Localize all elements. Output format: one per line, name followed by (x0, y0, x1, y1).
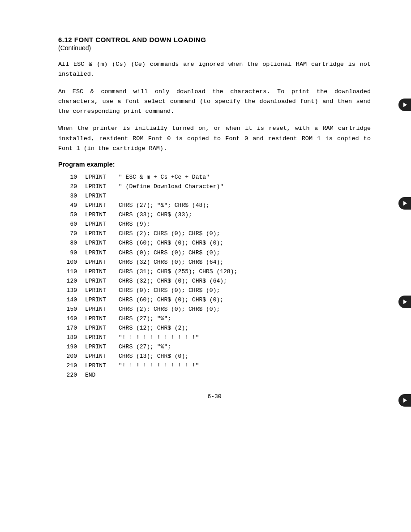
code-line: 30LPRINT (58, 191, 371, 201)
code-content: CHR$ (2); CHR$ (0); CHR$ (0); (119, 305, 371, 314)
line-number: 60 (58, 219, 85, 229)
line-number: 110 (58, 267, 85, 276)
line-number: 50 (58, 210, 85, 219)
line-number: 100 (58, 257, 85, 267)
line-number: 190 (58, 342, 85, 352)
keyword: LPRINT (85, 342, 119, 352)
code-content: CHR$ (27); "%"; (119, 314, 371, 323)
tab-indicator-3 (398, 296, 411, 308)
keyword: LPRINT (85, 314, 119, 323)
line-number: 130 (58, 286, 85, 295)
line-number: 150 (58, 305, 85, 314)
code-content: CHR$ (32); CHR$ (0); CHR$ (64); (119, 276, 371, 286)
code-line: 80LPRINTCHR$ (60); CHR$ (0); CHR$ (0); (58, 238, 371, 248)
code-block: 10LPRINT" ESC & m + Cs +Ce + Data"20LPRI… (58, 172, 371, 380)
code-line: 20LPRINT" (Define Download Character)" (58, 182, 371, 191)
code-line: 70LPRINTCHR$ (2); CHR$ (0); CHR$ (0); (58, 229, 371, 238)
keyword: LPRINT (85, 172, 119, 182)
line-number: 170 (58, 323, 85, 333)
code-line: 120LPRINTCHR$ (32); CHR$ (0); CHR$ (64); (58, 276, 371, 286)
tab-indicator-2 (398, 197, 411, 210)
code-content: CHR$ (0); CHR$ (0); CHR$ (0); (119, 248, 371, 257)
code-content: CHR$ (31); CHR$ (255); CHR$ (128); (119, 267, 371, 276)
keyword: LPRINT (85, 286, 119, 295)
tab-indicator-1 (398, 99, 411, 111)
keyword: LPRINT (85, 248, 119, 257)
keyword: LPRINT (85, 257, 119, 267)
keyword: LPRINT (85, 210, 119, 219)
code-line: 10LPRINT" ESC & m + Cs +Ce + Data" (58, 172, 371, 182)
line-number: 80 (58, 238, 85, 248)
paragraph-1: All ESC & (m) (Cs) (Ce) commands are ign… (58, 60, 371, 80)
keyword: LPRINT (85, 361, 119, 370)
code-content: "! ! ! ! ! ! ! ! ! ! !" (119, 333, 371, 342)
keyword: LPRINT (85, 201, 119, 210)
line-number: 160 (58, 314, 85, 323)
code-line: 190LPRINTCHR$ (27); "%"; (58, 342, 371, 352)
line-number: 70 (58, 229, 85, 238)
code-content: CHR$ (32) CHR$ (0); CHR$ (64); (119, 257, 371, 267)
keyword: LPRINT (85, 323, 119, 333)
code-line: 130LPRINTCHR$ (0); CHR$ (0); CHR$ (0); (58, 286, 371, 295)
paragraph-3: When the printer is initially turned on,… (58, 124, 371, 154)
page-number: 6-30 (58, 393, 371, 400)
code-line: 150LPRINTCHR$ (2); CHR$ (0); CHR$ (0); (58, 305, 371, 314)
keyword: LPRINT (85, 267, 119, 276)
code-content: CHR$ (27); "&"; CHR$ (48); (119, 201, 371, 210)
keyword: LPRINT (85, 219, 119, 229)
code-line: 60LPRINTCHR$ (9); (58, 219, 371, 229)
line-number: 220 (58, 370, 85, 380)
code-line: 50LPRINTCHR$ (33); CHR$ (33); (58, 210, 371, 219)
line-number: 180 (58, 333, 85, 342)
line-number: 20 (58, 182, 85, 191)
code-line: 210LPRINT"! ! ! ! ! ! ! ! ! ! !" (58, 361, 371, 370)
code-content: CHR$ (9); (119, 219, 371, 229)
code-line: 180LPRINT"! ! ! ! ! ! ! ! ! ! !" (58, 333, 371, 342)
code-content: CHR$ (60); CHR$ (0); CHR$ (0); (119, 238, 371, 248)
code-line: 100LPRINTCHR$ (32) CHR$ (0); CHR$ (64); (58, 257, 371, 267)
code-line: 160LPRINTCHR$ (27); "%"; (58, 314, 371, 323)
program-label: Program example: (58, 161, 371, 168)
line-number: 210 (58, 361, 85, 370)
page: 6.12 FONT CONTROL AND DOWN LOADING (Cont… (0, 0, 411, 532)
code-content: " ESC & m + Cs +Ce + Data" (119, 172, 371, 182)
line-number: 40 (58, 201, 85, 210)
code-line: 110LPRINTCHR$ (31); CHR$ (255); CHR$ (12… (58, 267, 371, 276)
keyword: LPRINT (85, 229, 119, 238)
code-line: 170LPRINTCHR$ (12); CHR$ (2); (58, 323, 371, 333)
code-line: 200LPRINTCHR$ (13); CHR$ (0); (58, 352, 371, 361)
code-content: CHR$ (12); CHR$ (2); (119, 323, 371, 333)
section-title: 6.12 FONT CONTROL AND DOWN LOADING (58, 36, 371, 43)
keyword: LPRINT (85, 305, 119, 314)
paragraph-2: An ESC & command will only download the … (58, 87, 371, 117)
code-content: " (Define Download Character)" (119, 182, 371, 191)
line-number: 30 (58, 191, 85, 201)
code-content: CHR$ (27); "%"; (119, 342, 371, 352)
line-number: 200 (58, 352, 85, 361)
code-content: CHR$ (0); CHR$ (0); CHR$ (0); (119, 286, 371, 295)
code-content: CHR$ (60); CHR$ (0); CHR$ (0); (119, 295, 371, 305)
code-content: "! ! ! ! ! ! ! ! ! ! !" (119, 361, 371, 370)
keyword: LPRINT (85, 352, 119, 361)
code-line: 90LPRINTCHR$ (0); CHR$ (0); CHR$ (0); (58, 248, 371, 257)
keyword: LPRINT (85, 333, 119, 342)
line-number: 140 (58, 295, 85, 305)
code-content: CHR$ (13); CHR$ (0); (119, 352, 371, 361)
keyword: LPRINT (85, 276, 119, 286)
line-number: 90 (58, 248, 85, 257)
line-number: 120 (58, 276, 85, 286)
code-line: 140LPRINTCHR$ (60); CHR$ (0); CHR$ (0); (58, 295, 371, 305)
keyword: LPRINT (85, 295, 119, 305)
line-number: 10 (58, 172, 85, 182)
keyword: LPRINT (85, 238, 119, 248)
keyword: LPRINT (85, 182, 119, 191)
section-subtitle: (Continued) (58, 44, 371, 51)
code-line: 220END (58, 370, 371, 380)
keyword: END (85, 370, 119, 380)
tab-indicator-4 (398, 394, 411, 407)
code-content: CHR$ (2); CHR$ (0); CHR$ (0); (119, 229, 371, 238)
code-line: 40LPRINTCHR$ (27); "&"; CHR$ (48); (58, 201, 371, 210)
keyword: LPRINT (85, 191, 119, 201)
code-content: CHR$ (33); CHR$ (33); (119, 210, 371, 219)
